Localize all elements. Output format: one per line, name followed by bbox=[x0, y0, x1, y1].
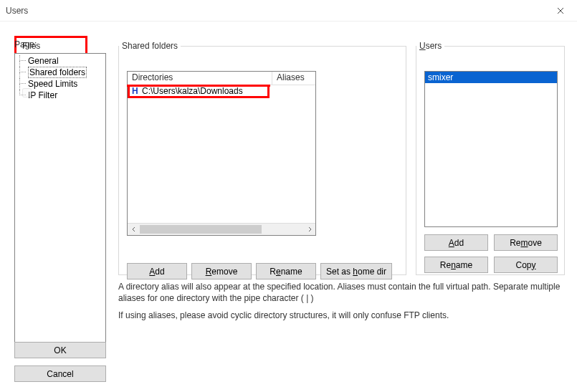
titlebar: Users bbox=[0, 0, 577, 21]
window-title: Users bbox=[6, 6, 28, 16]
users-listbox[interactable]: smixer bbox=[424, 71, 558, 227]
shared-folders-legend: Shared folders bbox=[119, 41, 181, 51]
set-home-dir-button[interactable]: Set as home dir bbox=[320, 263, 392, 279]
help-paragraph-1: A directory alias will also appear at th… bbox=[118, 281, 563, 304]
page-item-general[interactable]: General bbox=[16, 55, 104, 67]
shared-folders-group: Shared folders Directories Aliases H C:\… bbox=[118, 41, 406, 275]
directories-table[interactable]: Directories Aliases H C:\Users\kalza\Dow… bbox=[127, 71, 316, 236]
horizontal-scrollbar[interactable] bbox=[128, 223, 315, 235]
user-remove-button[interactable]: Remove bbox=[494, 234, 558, 251]
home-indicator: H bbox=[132, 86, 142, 96]
dir-rename-button[interactable]: Rename bbox=[256, 263, 316, 279]
dir-remove-button[interactable]: Remove bbox=[191, 263, 252, 279]
col-directories[interactable]: Directories bbox=[128, 72, 272, 85]
scroll-right-arrow[interactable] bbox=[303, 224, 315, 235]
col-aliases[interactable]: Aliases bbox=[272, 72, 315, 85]
users-group: Users smixer Add Remove Rename Copy bbox=[416, 41, 565, 275]
user-copy-button[interactable]: Copy bbox=[494, 257, 558, 273]
user-rename-button[interactable]: Rename bbox=[424, 257, 488, 273]
scroll-thumb[interactable] bbox=[140, 225, 262, 234]
directories-header: Directories Aliases bbox=[128, 72, 315, 85]
directory-path: C:\Users\kalza\Downloads bbox=[142, 86, 265, 96]
cancel-button[interactable]: Cancel bbox=[14, 365, 106, 382]
user-item[interactable]: smixer bbox=[425, 72, 557, 83]
help-text: A directory alias will also appear at th… bbox=[118, 281, 563, 328]
page-item-shared-folders[interactable]: Shared folders bbox=[16, 67, 104, 78]
directory-row[interactable]: H C:\Users\kalza\Downloads bbox=[128, 85, 270, 98]
highlight-annotation bbox=[127, 85, 270, 87]
page-label: Page: bbox=[14, 39, 37, 49]
scroll-left-arrow[interactable] bbox=[128, 224, 140, 235]
perm-append-checkbox bbox=[22, 88, 32, 97]
close-icon bbox=[557, 7, 564, 14]
help-paragraph-2: If using aliases, please avoid cyclic di… bbox=[118, 310, 563, 321]
scroll-track[interactable] bbox=[140, 224, 303, 235]
users-legend: Users bbox=[416, 41, 444, 51]
user-add-button[interactable]: Add bbox=[424, 234, 488, 251]
ok-button[interactable]: OK bbox=[14, 342, 106, 358]
close-button[interactable] bbox=[544, 0, 577, 21]
dir-add-button[interactable]: Add bbox=[127, 263, 187, 279]
